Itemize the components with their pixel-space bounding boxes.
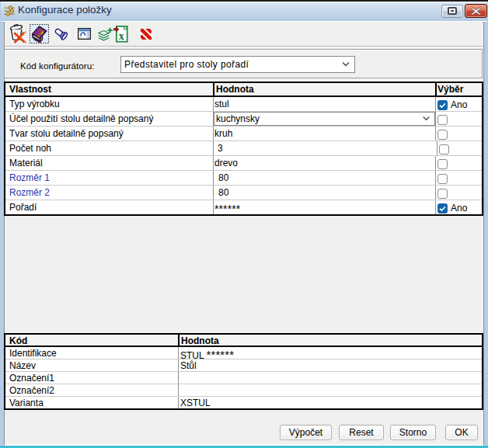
svg-text:x: x [119, 30, 124, 42]
